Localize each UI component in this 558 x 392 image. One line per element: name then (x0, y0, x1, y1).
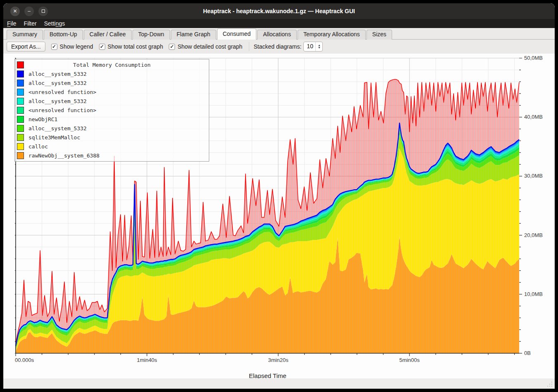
resize-grip-icon[interactable] (546, 381, 552, 387)
screen: ✕ – Heaptrack - heaptrack.wakunode.1.gz … (0, 0, 558, 392)
legend-swatch (17, 98, 24, 105)
legend-item: alloc__system_5332 (15, 78, 209, 87)
x-tick-label: 5min00s (400, 357, 420, 363)
legend-item: alloc__system_5332 (15, 69, 209, 78)
show-detailed-cost-checkbox[interactable]: ✓ Show detailed cost graph (169, 43, 242, 50)
tab-caller-callee[interactable]: Caller / Callee (84, 30, 132, 40)
tab-sizes[interactable]: Sizes (366, 30, 392, 40)
legend-label: alloc__system_5332 (28, 125, 87, 131)
legend-swatch (17, 116, 24, 123)
checkbox-check-icon: ✓ (169, 44, 175, 50)
heaptrack-window: ✕ – Heaptrack - heaptrack.wakunode.1.gz … (3, 3, 555, 389)
checkbox-check-icon: ✓ (99, 44, 105, 50)
tabbar: SummaryBottom-UpCaller / CalleeTop-DownF… (3, 28, 555, 40)
show-legend-label: Show legend (60, 43, 93, 50)
show-detailed-cost-label: Show detailed cost graph (177, 43, 242, 50)
tab-allocations[interactable]: Allocations (257, 30, 297, 40)
chart-legend: Total Memory Consumptionalloc__system_53… (14, 59, 209, 162)
toolbar-separator (249, 42, 249, 51)
menu-item-settings[interactable]: Settings (40, 19, 69, 28)
memory-consumption-chart[interactable]: Total Memory Consumptionalloc__system_53… (3, 54, 555, 378)
legend-swatch (17, 134, 24, 141)
stacked-diagrams-label: Stacked diagrams: (253, 43, 301, 50)
legend-label: <unresolved function> (28, 89, 96, 95)
spinner-down-icon[interactable]: ▼ (318, 47, 321, 49)
legend-label: sqlite3MemMalloc (28, 134, 80, 141)
legend-swatch (17, 143, 24, 150)
stacked-diagrams-spinner[interactable]: 10 ▲ ▼ (303, 42, 323, 52)
menubar: FileFilterSettings (3, 19, 555, 28)
y-tick-label: 10,0MB (524, 291, 543, 297)
y-tick-label: 20,0MB (524, 232, 543, 238)
export-as-button[interactable]: Export As... (7, 42, 45, 52)
legend-label: newObjRC1 (28, 116, 57, 122)
legend-item: sqlite3MemMalloc (15, 133, 209, 142)
legend-label: alloc__system_5332 (28, 80, 87, 86)
toolbar: Export As... ✓ Show legend ✓ Show total … (3, 40, 555, 54)
legend-label: Total Memory Consumption (15, 62, 209, 68)
show-total-cost-checkbox[interactable]: ✓ Show total cost graph (99, 43, 163, 50)
legend-label: calloc (28, 143, 48, 150)
x-tick-label: 1min40s (137, 357, 157, 363)
legend-swatch (17, 80, 24, 87)
y-tick-label: 50,0MB (524, 55, 543, 61)
legend-item: alloc__system_5332 (15, 124, 209, 133)
legend-swatch (17, 89, 24, 96)
legend-item: calloc (15, 142, 209, 151)
x-tick-label: 3min20s (268, 357, 288, 363)
titlebar: ✕ – Heaptrack - heaptrack.wakunode.1.gz … (3, 3, 555, 19)
y-tick-label: 30,0MB (524, 173, 543, 179)
tab-flame-graph[interactable]: Flame Graph (171, 30, 216, 40)
legend-label: <unresolved function> (28, 107, 96, 113)
y-tick-label: 0B (524, 350, 531, 356)
legend-swatch (17, 70, 24, 77)
checkbox-check-icon: ✓ (51, 44, 57, 50)
tab-top-down[interactable]: Top-Down (132, 30, 170, 40)
tab-temporary-allocations[interactable]: Temporary Allocations (298, 30, 366, 40)
spinner-arrows[interactable]: ▲ ▼ (315, 42, 322, 51)
statusbar (3, 378, 555, 389)
legend-item: newObjRC1 (15, 115, 209, 124)
y-tick-label: 40,0MB (524, 114, 543, 120)
x-tick-label: 00.000s (15, 357, 34, 363)
window-title: Heaptrack - heaptrack.wakunode.1.gz — He… (3, 3, 555, 19)
tab-consumed[interactable]: Consumed (217, 28, 257, 40)
stacked-diagrams-value[interactable]: 10 (304, 42, 315, 51)
legend-item: Total Memory Consumption (15, 60, 209, 69)
legend-label: rawNewObj__system_6388 (28, 153, 99, 159)
show-total-cost-label: Show total cost graph (108, 43, 163, 50)
legend-item: alloc__system_5332 (15, 96, 209, 106)
tab-bottom-up[interactable]: Bottom-Up (44, 30, 83, 40)
legend-label: alloc__system_5332 (28, 71, 87, 77)
legend-swatch (17, 107, 24, 114)
legend-swatch (17, 152, 24, 159)
legend-item: rawNewObj__system_6388 (15, 151, 209, 160)
legend-item: <unresolved function> (15, 106, 209, 115)
legend-swatch (17, 125, 24, 132)
legend-item: <unresolved function> (15, 87, 209, 96)
tab-summary[interactable]: Summary (7, 30, 43, 40)
legend-label: alloc__system_5332 (28, 98, 87, 104)
show-legend-checkbox[interactable]: ✓ Show legend (51, 43, 93, 50)
menu-item-filter[interactable]: Filter (20, 19, 40, 28)
menu-item-file[interactable]: File (3, 19, 20, 28)
